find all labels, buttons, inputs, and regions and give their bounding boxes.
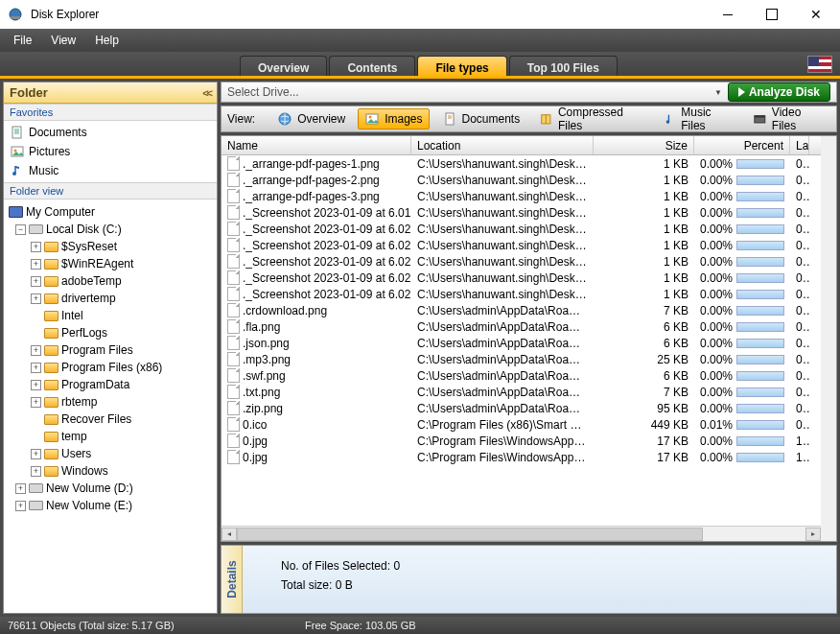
plus-icon[interactable]: + (31, 259, 41, 270)
table-row[interactable]: ._Screenshot 2023-01-09 at 6.02....C:\Us… (222, 270, 821, 286)
tree-folder[interactable]: +drivertemp (6, 290, 215, 307)
file-name: .zip.png (243, 402, 283, 415)
col-location[interactable]: Location (411, 136, 594, 154)
tab-contents[interactable]: Contents (329, 56, 415, 79)
table-row[interactable]: .zip.pngC:\Users\admin\AppData\Roami...9… (222, 400, 821, 416)
file-name: 0.ico (243, 418, 267, 432)
tree-new-volume-e[interactable]: +New Volume (E:) (6, 497, 215, 514)
collapse-icon[interactable]: << (202, 87, 211, 99)
drive-select[interactable]: Select Drive... (227, 85, 709, 99)
tree-folder[interactable]: +Program Files (x86) (6, 359, 215, 376)
col-name[interactable]: Name (222, 136, 411, 154)
favorite-music[interactable]: Music (8, 161, 213, 180)
vertical-scrollbar[interactable] (821, 136, 836, 541)
plus-icon[interactable]: + (31, 276, 41, 287)
tree-folder[interactable]: temp (6, 428, 215, 445)
file-size: 1 KB (594, 271, 694, 285)
chevron-down-icon[interactable]: ▼ (714, 88, 722, 97)
tree-folder[interactable]: +Users (6, 445, 215, 462)
tree-folder[interactable]: +$SysReset (6, 238, 215, 255)
favorite-documents[interactable]: Documents (8, 123, 213, 142)
percent-bar (736, 241, 784, 250)
table-row[interactable]: 0.icoC:\Program Files (x86)\Smart Driv..… (222, 416, 821, 433)
col-percent[interactable]: Percent (694, 136, 790, 154)
language-select[interactable] (807, 56, 832, 73)
table-row[interactable]: ._Screenshot 2023-01-09 at 6.02....C:\Us… (222, 286, 821, 302)
view-music[interactable]: Music Files (656, 108, 741, 129)
table-row[interactable]: ._Screenshot 2023-01-09 at 6.02....C:\Us… (222, 221, 821, 237)
table-row[interactable]: ._arrange-pdf-pages-1.pngC:\Users\hanuwa… (222, 155, 821, 172)
folder-icon (43, 464, 58, 478)
table-row[interactable]: ._arrange-pdf-pages-3.pngC:\Users\hanuwa… (222, 188, 821, 204)
minimize-button[interactable] (706, 0, 750, 29)
table-row[interactable]: .json.pngC:\Users\admin\AppData\Roami...… (222, 335, 821, 351)
view-documents[interactable]: Documents (435, 108, 527, 129)
favorite-label: Documents (29, 126, 87, 139)
plus-icon[interactable]: + (31, 449, 41, 459)
scroll-thumb[interactable] (237, 528, 703, 541)
details-tab[interactable]: Details (222, 546, 243, 613)
percent-bar (736, 224, 784, 234)
horizontal-scrollbar[interactable]: ◂ ▸ (222, 526, 821, 541)
plus-icon[interactable]: + (15, 483, 26, 494)
tree-new-volume-d[interactable]: +New Volume (D:) (6, 480, 215, 497)
tree-folder[interactable]: Intel (6, 307, 215, 324)
plus-icon[interactable]: + (31, 345, 41, 356)
table-row[interactable]: .fla.pngC:\Users\admin\AppData\Roami...6… (222, 318, 821, 335)
table-row[interactable]: .mp3.pngC:\Users\admin\AppData\Roami...2… (222, 351, 821, 367)
percent-bar (736, 453, 784, 462)
globe-icon (277, 111, 292, 127)
analyze-disk-button[interactable]: Analyze Disk (728, 82, 830, 102)
table-row[interactable]: 0.jpgC:\Program Files\WindowsApps\...17 … (222, 449, 821, 465)
view-video[interactable]: Video Files (746, 108, 830, 129)
file-percent: 0.00% (694, 206, 790, 220)
col-size[interactable]: Size (594, 136, 694, 154)
view-overview[interactable]: Overview (270, 108, 352, 129)
menu-file[interactable]: File (4, 31, 41, 50)
tab-top-100[interactable]: Top 100 Files (509, 56, 618, 79)
menu-help[interactable]: Help (85, 31, 128, 50)
close-button[interactable]: ✕ (794, 0, 838, 29)
tree-folder[interactable]: PerfLogs (6, 324, 215, 341)
tree-folder[interactable]: +Windows (6, 462, 215, 480)
table-row[interactable]: ._arrange-pdf-pages-2.pngC:\Users\hanuwa… (222, 172, 821, 188)
view-compressed[interactable]: Compressed Files (532, 108, 649, 129)
tree-folder[interactable]: +ProgramData (6, 376, 215, 393)
plus-icon[interactable]: + (15, 501, 26, 511)
tree-folder[interactable]: +adobeTemp (6, 272, 215, 290)
plus-icon[interactable]: + (31, 363, 41, 373)
table-row[interactable]: .txt.pngC:\Users\admin\AppData\Roami...7… (222, 384, 821, 400)
maximize-button[interactable] (750, 0, 794, 29)
folder-panel: Folder << Favorites Documents Pictures M… (3, 82, 218, 614)
table-row[interactable]: ._Screenshot 2023-01-09 at 6.02....C:\Us… (222, 253, 821, 270)
window-title: Disk Explorer (31, 8, 706, 21)
tab-file-types[interactable]: File types (417, 56, 506, 79)
table-row[interactable]: ._Screenshot 2023-01-09 at 6.02....C:\Us… (222, 237, 821, 253)
table-row[interactable]: ._Screenshot 2023-01-09 at 6.01....C:\Us… (222, 204, 821, 221)
tree-folder[interactable]: +$WinREAgent (6, 255, 215, 272)
tree-my-computer[interactable]: My Computer (6, 203, 215, 221)
file-size: 17 KB (594, 434, 694, 448)
scroll-right-icon[interactable]: ▸ (805, 528, 821, 541)
table-row[interactable]: .swf.pngC:\Users\admin\AppData\Roami...6… (222, 367, 821, 384)
file-last: 01 (790, 353, 809, 366)
tree-local-disk-c[interactable]: −Local Disk (C:) (6, 221, 215, 238)
table-row[interactable]: .crdownload.pngC:\Users\admin\AppData\Ro… (222, 302, 821, 318)
tree-folder[interactable]: +Program Files (6, 341, 215, 359)
favorite-pictures[interactable]: Pictures (8, 142, 213, 161)
menu-view[interactable]: View (41, 31, 85, 50)
plus-icon[interactable]: + (31, 294, 41, 304)
table-row[interactable]: 0.jpgC:\Program Files\WindowsApps\...17 … (222, 433, 821, 449)
tab-overview[interactable]: Overview (240, 56, 327, 79)
plus-icon[interactable]: + (31, 242, 41, 252)
minus-icon[interactable]: − (15, 224, 26, 235)
view-images[interactable]: Images (358, 108, 429, 129)
file-percent: 0.00% (694, 255, 790, 269)
col-last[interactable]: La (790, 136, 809, 154)
tree-folder[interactable]: +rbtemp (6, 393, 215, 411)
tree-folder[interactable]: Recover Files (6, 411, 215, 428)
scroll-left-icon[interactable]: ◂ (222, 528, 237, 541)
plus-icon[interactable]: + (31, 397, 41, 408)
plus-icon[interactable]: + (31, 380, 41, 390)
plus-icon[interactable]: + (31, 466, 41, 477)
